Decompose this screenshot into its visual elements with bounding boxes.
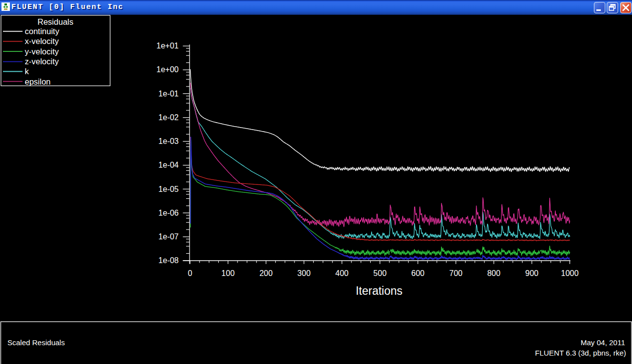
svg-text:Iterations: Iterations (356, 284, 403, 297)
svg-text:May 04, 2011: May 04, 2011 (581, 338, 625, 347)
svg-text:1e-08: 1e-08 (158, 256, 179, 265)
svg-text:1e-03: 1e-03 (158, 137, 179, 145)
svg-text:epsilon: epsilon (25, 77, 50, 86)
svg-text:1e-01: 1e-01 (158, 90, 179, 98)
svg-text:800: 800 (487, 269, 500, 277)
svg-text:600: 600 (411, 269, 425, 277)
svg-text:200: 200 (259, 269, 273, 277)
svg-text:1e+00: 1e+00 (156, 65, 179, 74)
svg-text:1e+01: 1e+01 (156, 42, 179, 50)
svg-text:500: 500 (373, 269, 387, 277)
svg-text:400: 400 (336, 269, 349, 277)
svg-text:1e-04: 1e-04 (158, 161, 179, 169)
svg-text:Residuals: Residuals (38, 17, 73, 26)
svg-text:1e-05: 1e-05 (158, 185, 179, 193)
svg-text:1e-06: 1e-06 (158, 209, 179, 217)
svg-text:y-velocity: y-velocity (25, 47, 59, 56)
svg-text:300: 300 (297, 269, 311, 277)
svg-text:900: 900 (525, 269, 538, 277)
svg-text:100: 100 (221, 269, 235, 277)
svg-text:1e-07: 1e-07 (158, 232, 179, 241)
svg-text:1000: 1000 (561, 269, 579, 277)
svg-text:Scaled Residuals: Scaled Residuals (7, 338, 65, 347)
svg-text:x-velocity: x-velocity (25, 37, 59, 46)
svg-text:700: 700 (449, 269, 463, 277)
svg-text:z-velocity: z-velocity (25, 57, 59, 66)
svg-text:0: 0 (188, 269, 193, 277)
svg-text:continuity: continuity (25, 27, 59, 36)
svg-text:k: k (25, 67, 29, 76)
svg-text:FLUENT 6.3 (3d, pbns, rke): FLUENT 6.3 (3d, pbns, rke) (535, 349, 626, 357)
svg-text:1e-02: 1e-02 (158, 113, 179, 122)
